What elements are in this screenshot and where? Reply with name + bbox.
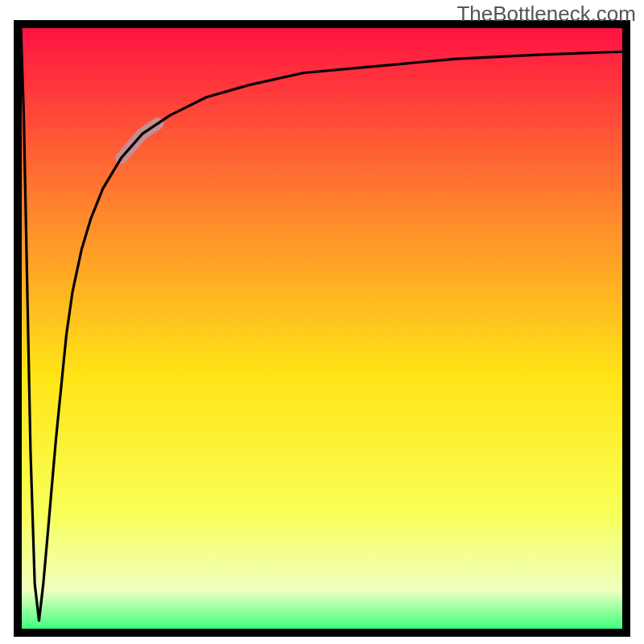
bottleneck-plot xyxy=(0,0,644,644)
gradient-background xyxy=(18,24,626,633)
watermark-text: TheBottleneck.com xyxy=(456,2,636,27)
chart-stage: TheBottleneck.com xyxy=(0,0,644,644)
